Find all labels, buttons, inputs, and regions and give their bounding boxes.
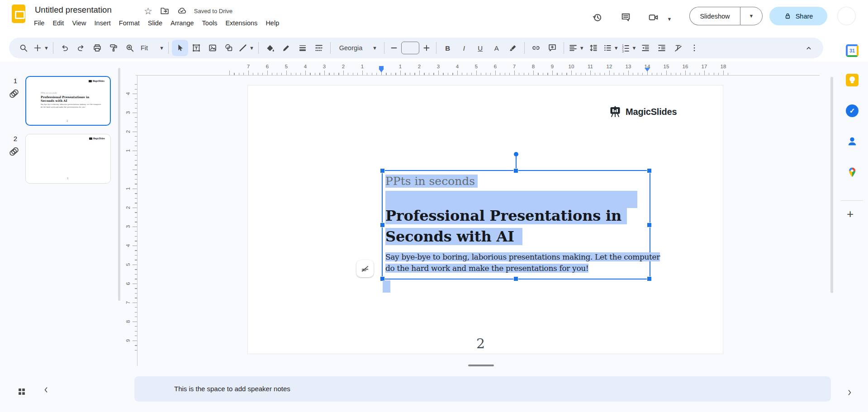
tasks-icon[interactable]: ✓ [846,104,859,117]
decrease-font-size-button[interactable] [388,40,400,56]
resize-handle-top-right[interactable] [647,169,651,173]
google-slides-app: Untitled presentation ☆ Saved to Drive F… [0,0,868,412]
numbered-list-button[interactable]: 123▼ [620,40,638,56]
resize-handle-mid-left[interactable] [380,223,384,227]
menu-tools[interactable]: Tools [198,18,222,28]
side-panel-divider [840,200,863,201]
slide-canvas[interactable]: MagicSlides PPts in seconds Professional… [247,85,723,354]
indent-marker[interactable] [379,66,384,75]
notes-resize-handle[interactable] [468,365,494,366]
body-line-1[interactable]: Say bye-bye to boring, laborious present… [385,252,660,261]
body-line-2[interactable]: do the hard work and make the presentati… [385,264,588,273]
resize-handle-top-center[interactable] [514,169,518,173]
resize-handle-top-left[interactable] [380,169,384,173]
heading-line-2[interactable]: Seconds with AI [385,228,522,245]
slide-1-rings-icon[interactable] [8,88,20,99]
more-options-button[interactable] [686,40,702,56]
grid-view-button[interactable] [14,384,30,400]
underline-button[interactable]: U [472,40,489,56]
text-box-button[interactable] [188,40,204,56]
filmstrip-scrollbar[interactable] [118,68,120,301]
border-dash-button[interactable] [311,40,327,56]
slideshow-options-caret[interactable]: ▼ [740,7,763,25]
resize-handle-bottom-center[interactable] [514,277,518,281]
share-button[interactable]: Share [769,7,827,25]
slide-2-thumbnail[interactable]: MagicSlides 2 [25,134,111,184]
cloud-saved-icon[interactable] [177,6,187,16]
italic-button[interactable]: I [456,40,472,56]
bold-button[interactable]: B [440,40,456,56]
line-spacing-button[interactable] [585,40,602,56]
comments-icon[interactable] [619,11,632,24]
insert-shape-button[interactable] [221,40,237,56]
menu-file[interactable]: File [30,18,48,28]
insert-line-button[interactable]: ▼ [237,40,255,56]
fill-color-button[interactable] [262,40,278,56]
collapse-filmstrip-icon[interactable] [42,385,51,394]
version-history-icon[interactable] [591,11,603,24]
resize-handle-bottom-right[interactable] [647,277,651,281]
align-button[interactable]: ▼ [567,40,585,56]
paint-format-button[interactable] [105,40,122,56]
print-button[interactable] [89,40,105,56]
speaker-notes-input[interactable]: This is the space to add speaker notes [134,376,831,402]
slide-1-thumbnail[interactable]: MagicSlides PPts in seconds Professional… [25,76,111,126]
font-size-input[interactable] [401,42,419,54]
keep-icon[interactable] [846,74,859,86]
insert-plus-button[interactable]: ▼ [32,40,50,56]
insert-link-button[interactable] [528,40,544,56]
zoom-button[interactable] [122,40,138,56]
collapse-toolbar-button[interactable] [801,40,817,56]
resize-handle-mid-right[interactable] [647,223,651,227]
decrease-indent-button[interactable] [637,40,654,56]
insert-image-button[interactable] [204,40,221,56]
calendar-icon[interactable]: 31 [846,44,859,57]
clear-formatting-button[interactable] [670,40,686,56]
star-icon[interactable]: ☆ [144,6,152,16]
bulleted-list-button[interactable]: ▼ [602,40,620,56]
menu-extensions[interactable]: Extensions [221,18,261,28]
highlight-color-button[interactable] [505,40,521,56]
menu-format[interactable]: Format [115,18,144,28]
move-folder-icon[interactable] [160,6,170,16]
autofit-options-button[interactable] [356,260,374,277]
menu-arrange[interactable]: Arrange [166,18,198,28]
menu-view[interactable]: View [68,18,90,28]
increase-indent-button[interactable] [654,40,670,56]
menu-insert[interactable]: Insert [90,18,115,28]
increase-font-size-button[interactable] [420,40,433,56]
slide-brand-logo[interactable]: MagicSlides [608,105,677,118]
meet-dropdown-caret-icon[interactable]: ▼ [663,13,676,25]
document-title[interactable]: Untitled presentation [35,5,112,15]
slides-logo-icon[interactable] [12,5,25,23]
expand-side-panel-icon[interactable] [845,388,854,397]
indent-marker[interactable] [645,67,650,76]
contacts-icon[interactable] [846,135,859,148]
add-comment-button[interactable] [544,40,560,56]
slide-2-rings-icon[interactable] [8,146,20,157]
font-family-select[interactable]: Georgia▼ [334,40,381,56]
menu-edit[interactable]: Edit [48,18,68,28]
menu-slide[interactable]: Slide [144,18,166,28]
border-weight-button[interactable] [294,40,311,56]
zoom-fit-select[interactable]: Fit▼ [138,40,165,56]
search-menus-button[interactable] [15,40,32,56]
text-color-button[interactable]: A [489,40,505,56]
meet-camera-icon[interactable] [647,11,659,24]
menu-help[interactable]: Help [261,18,283,28]
kicker-text[interactable]: PPts in seconds [385,175,478,188]
redo-button[interactable] [73,40,89,56]
get-addons-button[interactable]: + [847,207,854,221]
slideshow-button[interactable]: Slideshow [689,7,740,25]
select-tool-button[interactable] [172,40,188,56]
canvas-scrollbar[interactable] [830,77,833,293]
heading-line-1[interactable]: Professional Presentations in [385,207,627,224]
undo-button[interactable] [57,40,73,56]
account-avatar[interactable] [838,7,855,25]
slide-page-number[interactable]: 2 [476,336,485,351]
selected-text-box[interactable]: PPts in seconds Professional Presentatio… [382,170,650,279]
border-color-button[interactable] [278,40,294,56]
maps-icon[interactable] [846,166,859,179]
rotation-handle[interactable] [514,152,518,156]
saved-status[interactable]: Saved to Drive [194,8,232,14]
